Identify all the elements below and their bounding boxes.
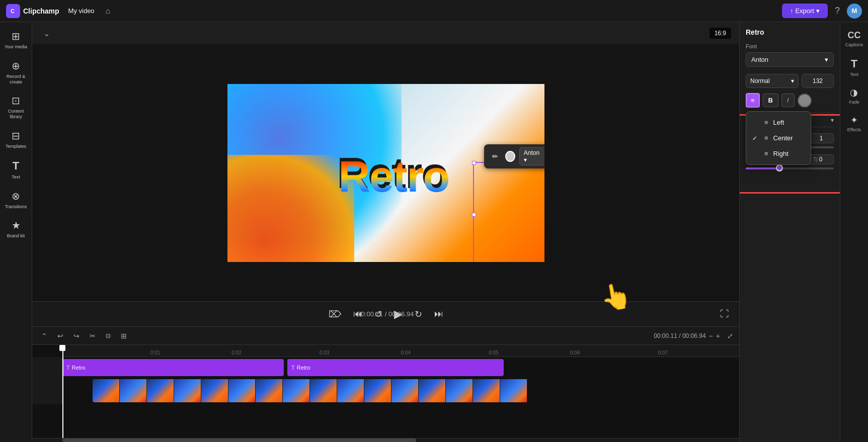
color-circle[interactable] [798,94,812,108]
sidebar-item-text[interactable]: T Text [2,155,31,184]
center-align-icon: ≡ [764,134,768,142]
far-right-fade[interactable]: ◑ Fade [847,83,861,109]
bold-button[interactable]: B [763,94,778,107]
track-content: T Retro T Retro [62,357,739,379]
canvas-center: Retro Retro ✏ Anton ▾ 132 ▾ [32,44,739,301]
film-frame [174,379,201,402]
clip-retro2[interactable]: T Retro [287,359,504,376]
font-size-field[interactable]: 132 [802,74,834,88]
sidebar-item-templates[interactable]: ⊟ Templates [2,126,31,153]
effects-icon: ✦ [850,115,858,126]
sidebar-item-your-media[interactable]: ⊞ Your media [2,26,31,54]
film-frame [147,379,174,402]
captions-icon: CC [848,30,861,41]
avatar[interactable]: M [847,4,862,19]
film-frame [283,379,310,402]
clip-retro1[interactable]: T Retro [62,359,284,376]
text-color-picker[interactable] [505,151,515,162]
film-frame [228,379,256,402]
video-title-button[interactable]: My video [64,5,99,17]
sidebar-item-content-library[interactable]: ⊡ Content library [2,91,31,124]
app-logo: C Clipchamp [6,4,59,18]
film-frame [201,379,228,402]
timeline-scrollbar[interactable] [32,438,739,442]
canvas-toolbar-collapse[interactable]: ⌄ [40,27,53,40]
playback-forward[interactable]: ↻ [413,307,424,322]
logo-icon: C [6,4,20,18]
text-far-right-label: Text [850,72,858,77]
italic-button[interactable]: I [781,94,795,107]
clip-label-1: Retro [72,365,86,371]
center-align-label: Center [773,134,793,142]
text-edit-icon[interactable]: ✏ [489,151,501,161]
far-right-effects[interactable]: ✦ Effects [845,111,863,136]
sidebar-item-brand-kit[interactable]: ★ Brand kit [2,215,31,243]
fade-icon: ◑ [850,87,858,98]
app-name: Clipchamp [23,7,59,15]
timeline-time-display: 00:00.11 / 00:06.94 − + ⤢ [654,332,733,340]
save-icon[interactable]: ⌂ [104,5,113,18]
timeline-content: 0:01 0:02 0:03 0:04 0:05 0:06 0:07 T Ret… [32,345,739,438]
far-right-captions[interactable]: CC Captions [843,26,865,51]
video-track-label [32,379,62,404]
playhead[interactable] [62,345,63,438]
align-button[interactable]: ≡ [746,93,760,108]
film-frame [391,379,419,402]
zoom-out-btn[interactable]: − [709,332,713,340]
left-sidebar: ⊞ Your media ⊕ Record &create ⊡ Content … [0,22,32,442]
font-family-dropdown[interactable]: Anton ▾ [519,147,544,165]
sidebar-label-your-media: Your media [5,44,27,50]
left-align-label: Left [773,119,784,126]
sidebar-item-transitions[interactable]: ⊗ Transitions [2,186,31,214]
font-family-chevron-icon: ▾ [825,56,828,63]
timeline-collapse-btn[interactable]: ⌃ [38,330,50,341]
line-height-value[interactable]: 1 [809,133,834,143]
captions-label: Captions [845,42,863,47]
film-frame [419,379,446,402]
templates-icon: ⊟ [12,130,20,142]
playback-time: 00:00.11 / 00:06.94 [357,310,414,318]
fullscreen-button[interactable]: ⛶ [718,307,731,321]
sidebar-label-record-create: Record &create [7,74,26,85]
video-track-content [93,379,739,404]
playback-skip-end[interactable]: ⏭ [432,307,445,321]
merge-button[interactable]: ⊞ [118,330,130,341]
film-frame [310,379,337,402]
font-family-select[interactable]: Anton ▾ [746,52,834,67]
right-panel: Retro Font Anton ▾ Normal ▾ 132 ≡ ≡ [739,22,840,442]
panel-title: Retro [746,28,834,36]
far-right-text[interactable]: T Text [848,53,860,81]
redo-button[interactable]: ↪ [70,330,83,341]
sidebar-item-record-create[interactable]: ⊕ Record &create [2,56,31,89]
timeline-toolbar: ⌃ ↩ ↪ ✂ ⊟ ⊞ 00:00.11 / 00:06.94 − + ⤢ [32,327,739,345]
font-chevron-icon: ▾ [524,156,527,163]
playback-bar: ⌦ ⏮ ↺ ▶ ↻ ⏭ 00:00.11 / 00:06.94 ⛶ [32,301,739,326]
align-dropdown: ≡ Left ✓ ≡ Center ≡ Right [746,111,811,165]
sidebar-label-transitions: Transitions [5,204,27,210]
retro-text-colored[interactable]: Retro [338,154,449,199]
export-button[interactable]: ↑ Export ▾ [782,4,828,18]
sidebar-label-brand-kit: Brand kit [7,233,25,239]
letter-spacing-value[interactable]: T| 0 [809,154,834,164]
split-button[interactable]: ⊟ [103,331,114,341]
sidebar-label-content-library: Content library [4,109,29,120]
letter-spacing-track[interactable] [746,167,834,169]
font-style-select[interactable]: Normal ▾ [746,74,799,88]
sidebar-label-text: Text [12,174,20,180]
undo-button[interactable]: ↩ [54,330,66,341]
align-option-right[interactable]: ≡ Right [746,146,811,161]
align-option-left[interactable]: ≡ Left [746,115,811,130]
cut-button[interactable]: ✂ [87,330,99,341]
align-option-center[interactable]: ✓ ≡ Center [746,130,811,146]
timeline-ruler: 0:01 0:02 0:03 0:04 0:05 0:06 0:07 [62,345,739,357]
timeline-expand-btn[interactable]: ⤢ [727,332,733,340]
zoom-in-btn[interactable]: + [716,332,720,340]
clip-label-2: Retro [297,365,310,371]
fade-label: Fade [849,100,859,105]
playback-cut-icon[interactable]: ⌦ [327,307,343,322]
text-sidebar-icon: T [13,159,19,172]
orange-smoke [227,155,354,261]
help-icon[interactable]: ? [833,4,842,18]
your-media-icon: ⊞ [12,30,20,42]
canvas-area: ⌄ 16:9 Retro Retro [32,22,739,326]
